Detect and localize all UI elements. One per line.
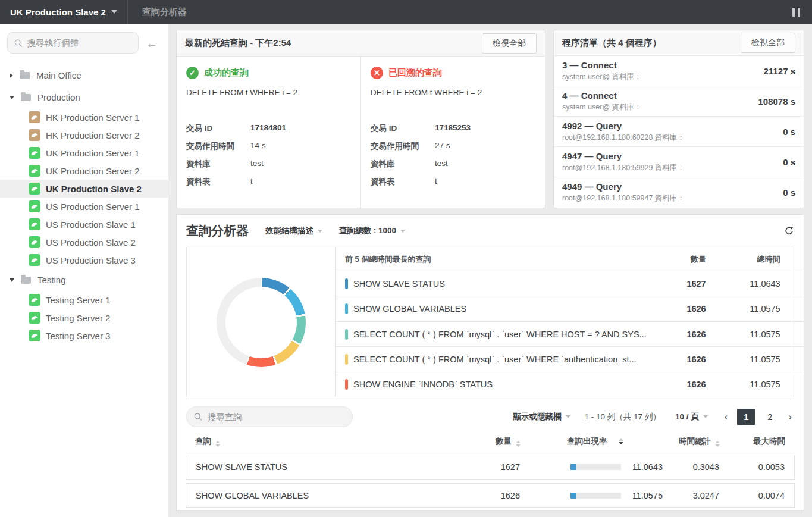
top5-time-value: 11.0575 <box>706 304 804 314</box>
occurrence-rate-bar-fill <box>570 464 576 470</box>
per-page-dropdown[interactable]: 10 / 頁 <box>675 412 708 422</box>
column-header-[interactable]: 時間總計 <box>663 436 720 447</box>
tree-item-label: UK Production Server 1 <box>46 148 140 158</box>
column-header-: 最大時間 <box>720 436 785 447</box>
mysql-server-icon <box>29 330 40 341</box>
chevron-down-icon <box>111 10 117 14</box>
mysql-server-icon <box>29 183 40 195</box>
count-cell: 1627 <box>472 462 520 472</box>
page-button-2[interactable]: 2 <box>761 409 779 425</box>
donut-chart <box>217 278 306 367</box>
query-search-box[interactable] <box>186 406 353 427</box>
tree-item-label: US Production Slave 1 <box>46 220 136 230</box>
caret-down-icon[interactable] <box>10 96 14 99</box>
top5-count-header: 數量 <box>647 254 706 265</box>
max-time-cell: 0.0053 <box>719 462 785 472</box>
nav-query-analyzer[interactable]: 查詢分析器 <box>128 7 201 18</box>
deadlock-panel-title: 最新的死結查詢 - 下午2:54 <box>185 37 291 49</box>
top5-row[interactable]: SHOW SLAVE STATUS162711.0643 <box>336 271 804 296</box>
total-queries-dropdown[interactable]: 查詢總數 : 1000 <box>339 225 405 236</box>
top5-row[interactable]: SELECT COUNT ( * ) FROM `mysql` . `user`… <box>336 322 804 347</box>
sidebar-item-hk-production-server-2[interactable]: HK Production Server 2 <box>0 126 168 144</box>
sidebar-item-uk-production-slave-2[interactable]: UK Production Slave 2 <box>0 180 168 198</box>
success-status-label: 成功的查詢 <box>204 67 249 79</box>
sort-icon[interactable] <box>715 441 720 447</box>
instance-search-box[interactable] <box>7 32 139 54</box>
page-button-1[interactable]: 1 <box>737 409 755 425</box>
top5-query-text: SHOW SLAVE STATUS <box>353 279 647 289</box>
process-id-state: 4 — Connect <box>562 90 642 101</box>
success-field-value: t <box>250 177 253 187</box>
process-user-db: root@192.168.1.180:59929 資料庫： <box>562 163 685 173</box>
sidebar-item-us-production-slave-2[interactable]: US Production Slave 2 <box>0 233 168 251</box>
top5-time-header: 總時間 <box>706 254 804 265</box>
tree-item-label: US Production Slave 3 <box>46 255 136 265</box>
sidebar-item-testing-server-2[interactable]: Testing Server 2 <box>0 309 168 327</box>
success-field-label: 交易 ID <box>186 123 250 134</box>
mysql-server-icon <box>29 218 40 230</box>
caret-right-icon[interactable] <box>10 73 13 78</box>
folder-icon <box>21 94 31 101</box>
process-time: 0 s <box>783 127 795 137</box>
instance-selector[interactable]: UK Production Slave 2 <box>0 0 127 24</box>
sidebar-item-uk-production-server-2[interactable]: UK Production Server 2 <box>0 162 168 180</box>
process-row[interactable]: 4949 — Queryroot@192.168.1.180:59947 資料庫… <box>554 177 804 208</box>
prev-page-button[interactable]: ‹ <box>722 411 731 423</box>
process-row[interactable]: 4 — Connectsystem user@ 資料庫：108078 s <box>554 86 804 117</box>
query-table: 查詢數量查詢出現率時間總計最大時間 SHOW SLAVE STATUS16271… <box>186 427 795 508</box>
tree-item-label: HK Production Server 1 <box>46 112 140 123</box>
query-table-row[interactable]: SHOW SLAVE STATUS162711.06430.30430.0053 <box>186 455 795 480</box>
query-cell: SHOW GLOBAL VARIABLES <box>196 491 472 500</box>
top5-row[interactable]: SELECT COUNT ( * ) FROM `mysql` . `user`… <box>336 347 804 372</box>
process-row[interactable]: 3 — Connectsystem user@ 資料庫：21127 s <box>554 56 804 86</box>
sidebar-item-testing-server-1[interactable]: Testing Server 1 <box>0 291 168 309</box>
show-hide-columns-dropdown[interactable]: 顯示或隱藏欄 <box>513 412 570 422</box>
sort-icon[interactable] <box>215 441 220 447</box>
sidebar-item-us-production-slave-3[interactable]: US Production Slave 3 <box>0 251 168 269</box>
deadlock-panel-header: 最新的死結查詢 - 下午2:54 檢視全部 <box>177 30 545 57</box>
sidebar-item-us-production-server-1[interactable]: US Production Server 1 <box>0 198 168 215</box>
schema-dropdown[interactable]: 效能結構描述 <box>265 225 322 236</box>
tree-group-main-office[interactable]: Main Office <box>0 64 168 86</box>
success-field-label: 資料表 <box>186 177 250 187</box>
sort-icon[interactable] <box>619 438 623 444</box>
tree-group-testing[interactable]: Testing <box>0 269 168 291</box>
sidebar-item-testing-server-3[interactable]: Testing Server 3 <box>0 327 168 344</box>
query-search-input[interactable] <box>208 412 345 422</box>
top5-query-text: SELECT COUNT ( * ) FROM `mysql` . `user`… <box>353 330 647 339</box>
sidebar-item-hk-production-server-1[interactable]: HK Production Server 1 <box>0 108 168 126</box>
count-cell: 1626 <box>472 491 520 500</box>
process-view-all-button[interactable]: 檢視全部 <box>741 33 795 53</box>
folder-icon <box>21 277 31 284</box>
caret-down-icon[interactable] <box>10 278 14 282</box>
process-time: 21127 s <box>764 66 795 76</box>
occurrence-rate-bar-fill <box>570 493 576 499</box>
series-color-chip <box>345 354 348 365</box>
series-color-chip <box>345 278 348 289</box>
instance-search-input[interactable] <box>27 38 131 48</box>
tree-item-label: US Production Server 1 <box>46 202 140 212</box>
column-header-[interactable]: 查詢出現率 <box>521 436 663 447</box>
tree-group-production[interactable]: Production <box>0 86 168 108</box>
tree-group-label: Main Office <box>36 70 81 80</box>
deadlock-panel: 最新的死結查詢 - 下午2:54 檢視全部 ✓ 成功的查詢 DELETE FRO… <box>176 30 545 208</box>
refresh-button[interactable] <box>784 226 794 236</box>
process-row[interactable]: 4947 — Queryroot@192.168.1.180:59929 資料庫… <box>554 147 804 177</box>
tree-item-label: US Production Slave 2 <box>46 237 136 247</box>
query-table-row[interactable]: SHOW GLOBAL VARIABLES162611.05753.02470.… <box>186 483 795 508</box>
deadlock-view-all-button[interactable]: 檢視全部 <box>482 33 537 54</box>
column-header-[interactable]: 數量 <box>473 436 521 447</box>
next-page-button[interactable]: › <box>786 411 794 423</box>
top5-row[interactable]: SHOW GLOBAL VARIABLES162611.0575 <box>336 296 804 321</box>
sort-icon[interactable] <box>516 441 521 447</box>
sidebar-item-uk-production-server-1[interactable]: UK Production Server 1 <box>0 144 168 162</box>
mariadb-server-icon <box>29 111 40 123</box>
pause-button[interactable] <box>792 8 800 17</box>
chevron-down-icon <box>318 230 322 233</box>
column-header-[interactable]: 查詢 <box>195 436 473 447</box>
process-row[interactable]: 4992 — Queryroot@192.168.1.180:60228 資料庫… <box>554 117 804 147</box>
process-id-state: 4992 — Query <box>562 121 685 131</box>
sidebar-item-us-production-slave-1[interactable]: US Production Slave 1 <box>0 215 168 233</box>
collapse-sidebar-button[interactable]: ← <box>146 37 161 49</box>
top5-row[interactable]: SHOW ENGINE `INNODB` STATUS162611.0575 <box>336 372 804 397</box>
